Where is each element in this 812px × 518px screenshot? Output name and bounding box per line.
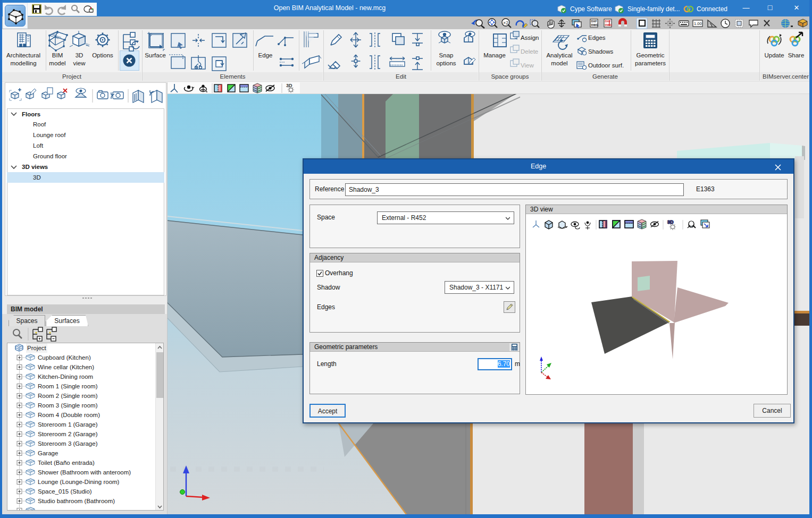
svg-text:DWG: DWG: [591, 23, 598, 27]
svg-text:DXF: DXF: [591, 20, 598, 23]
svg-text:1.00: 1.00: [694, 21, 702, 26]
svg-text:3D: 3D: [286, 83, 292, 88]
svg-text:DXF: DXF: [605, 20, 612, 23]
svg-text:×2: ×2: [503, 20, 508, 26]
svg-text:DWG: DWG: [605, 23, 612, 27]
